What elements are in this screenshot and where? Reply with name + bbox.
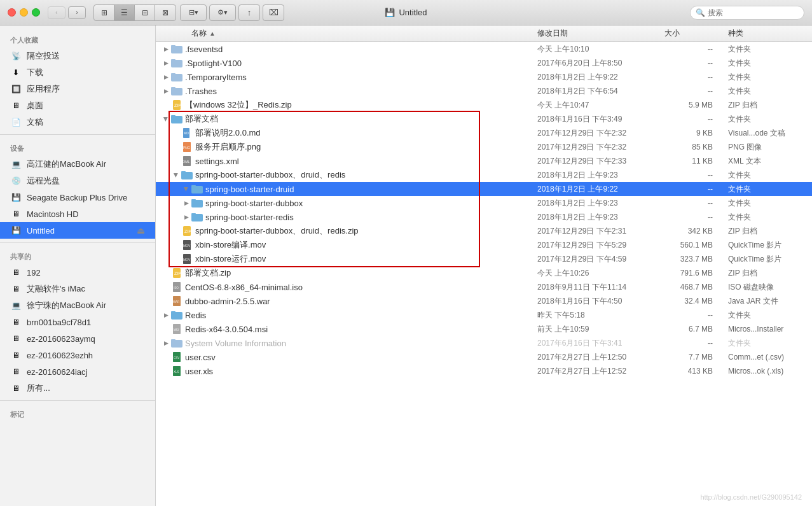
sidebar-item-all[interactable]: 🖥 所有... bbox=[0, 380, 155, 397]
table-row[interactable]: ▶.Spotlight-V1002017年6月20日 上午8:50--文件夹 bbox=[156, 56, 812, 70]
svg-text:XML: XML bbox=[183, 160, 190, 164]
sidebar-divider-2 bbox=[0, 242, 155, 243]
sidebar-item-ez2[interactable]: 🖥 ez-20160623ezhh bbox=[0, 347, 155, 363]
col-date-header[interactable]: 修改日期 bbox=[532, 28, 659, 39]
forward-button[interactable]: › bbox=[68, 6, 86, 19]
expand-button[interactable]: ▶ bbox=[161, 44, 171, 54]
file-type-icon: XLS bbox=[171, 365, 182, 377]
sidebar-item-airdrop[interactable]: 📡 隔空投送 bbox=[0, 48, 155, 64]
table-row[interactable]: ▶spring-boot-starter-druid2018年1月2日 上午9:… bbox=[156, 182, 812, 196]
svg-rect-25 bbox=[191, 213, 196, 215]
table-row[interactable]: ZIP部署文档.zip今天 上午10:26791.6 MBZIP 归档 bbox=[156, 266, 812, 280]
applications-icon: 🔲 bbox=[10, 83, 22, 95]
minimize-button[interactable] bbox=[20, 8, 28, 17]
sidebar-item-macintosh[interactable]: 🖥 Macintosh HD bbox=[0, 206, 155, 222]
file-type-icon: WAR bbox=[171, 295, 182, 307]
sidebar-item-ez3[interactable]: 🖥 ez-20160624iacj bbox=[0, 363, 155, 380]
sidebar-item-seagate[interactable]: 💾 Seagate Backup Plus Drive bbox=[0, 189, 155, 206]
expand-button[interactable]: ▶ bbox=[161, 86, 171, 96]
expand-button[interactable]: ▶ bbox=[161, 72, 171, 82]
eject-icon[interactable]: ⏏ bbox=[137, 225, 145, 235]
sidebar-item-untitled[interactable]: 💾 Untitled ⏏ bbox=[0, 222, 155, 239]
file-type-icon bbox=[171, 113, 182, 125]
sidebar-item-aifusion[interactable]: 🖥 艾融软件's iMac bbox=[0, 281, 155, 297]
view-toggle-group: ⊞ ☰ ⊟ ⊠ bbox=[93, 4, 176, 21]
share-button[interactable]: ↑ bbox=[239, 5, 259, 20]
sidebar-item-macbook[interactable]: 💻 高江健的MacBook Air bbox=[0, 156, 155, 172]
table-row[interactable]: MOVxbin-store编译.mov2017年12月29日 下午5:29560… bbox=[156, 238, 812, 252]
expand-button[interactable]: ▶ bbox=[181, 198, 191, 208]
maximize-button[interactable] bbox=[32, 8, 40, 17]
sidebar-item-xuzhu[interactable]: 💻 徐宁珠的MacBook Air bbox=[0, 297, 155, 314]
back-button[interactable]: ‹ bbox=[48, 6, 65, 19]
sidebar-item-brn001[interactable]: 🖥 brn001ba9cf78d1 bbox=[0, 314, 155, 330]
expand-button[interactable]: ▶ bbox=[181, 212, 191, 222]
sidebar-divider-1 bbox=[0, 134, 155, 135]
sidebar-item-documents[interactable]: 📄 文稿 bbox=[0, 114, 155, 130]
table-row[interactable]: MD部署说明2.0.0.md2017年12月29日 下午2:329 KBVisu… bbox=[156, 126, 812, 140]
sidebar-item-applications[interactable]: 🔲 应用程序 bbox=[0, 81, 155, 97]
sidebar-item-192[interactable]: 🖥 192 bbox=[0, 264, 155, 281]
sidebar-item-optical[interactable]: 💿 远程光盘 bbox=[0, 172, 155, 189]
documents-icon: 📄 bbox=[10, 116, 22, 128]
table-row[interactable]: ▶部署文档2018年1月16日 下午3:49--文件夹 bbox=[156, 112, 812, 126]
table-row[interactable]: ZIPspring-boot-starter-dubbox、druid、redi… bbox=[156, 224, 812, 238]
table-row[interactable]: PNG服务开启顺序.png2017年12月29日 下午2:3285 KBPNG … bbox=[156, 140, 812, 154]
expand-button[interactable]: ▶ bbox=[161, 338, 171, 348]
seagate-icon: 💾 bbox=[10, 192, 22, 203]
view-columns-button[interactable]: ⊟ bbox=[135, 5, 155, 20]
table-row[interactable]: ▶.TemporaryItems2018年1月2日 上午9:22--文件夹 bbox=[156, 70, 812, 84]
edit-button[interactable]: ⌧ bbox=[263, 5, 284, 20]
expand-button[interactable]: ▶ bbox=[161, 310, 171, 320]
table-row[interactable]: ▶.fseventsd今天 上午10:10--文件夹 bbox=[156, 42, 812, 56]
table-row[interactable]: XLSuser.xls2017年2月27日 上午12:52413 KBMicro… bbox=[156, 364, 812, 378]
search-input[interactable] bbox=[708, 8, 799, 17]
table-row[interactable]: XMLsettings.xml2017年12月29日 下午2:3311 KBXM… bbox=[156, 154, 812, 168]
close-button[interactable] bbox=[8, 8, 16, 17]
table-row[interactable]: WARdubbo-admin-2.5.5.war2018年1月16日 下午4:5… bbox=[156, 294, 812, 308]
arrange-button[interactable]: ⊟▾ bbox=[181, 5, 206, 20]
ez3-icon: 🖥 bbox=[10, 366, 22, 377]
col-size-header[interactable]: 大小 bbox=[659, 28, 723, 39]
expand-button[interactable]: ▶ bbox=[171, 170, 181, 180]
table-row[interactable]: ▶Redis昨天 下午5:18--文件夹 bbox=[156, 308, 812, 322]
search-icon: 🔍 bbox=[696, 8, 705, 17]
table-row[interactable]: ▶spring-boot-starter-dubbox2018年1月2日 上午9… bbox=[156, 196, 812, 210]
svg-text:ZIP: ZIP bbox=[174, 271, 181, 276]
action-button[interactable]: ⚙▾ bbox=[210, 5, 235, 20]
table-row[interactable]: ▶spring-boot-starter-dubbox、druid、redis2… bbox=[156, 168, 812, 182]
table-row[interactable]: ISOCentOS-6.8-x86_64-minimal.iso2018年9月1… bbox=[156, 280, 812, 294]
table-row[interactable]: ▶.Trashes2018年1月2日 下午6:54--文件夹 bbox=[156, 84, 812, 98]
expand-button bbox=[161, 296, 171, 306]
expand-button[interactable]: ▶ bbox=[161, 58, 171, 68]
table-row[interactable]: MSIRedis-x64-3.0.504.msi前天 上午10:596.7 MB… bbox=[156, 322, 812, 336]
search-box[interactable]: 🔍 bbox=[690, 6, 804, 20]
sidebar-item-ez1[interactable]: 🖥 ez-20160623aymq bbox=[0, 330, 155, 347]
file-type-icon: ZIP bbox=[171, 267, 182, 279]
table-row[interactable]: ZIP【windows 32位】_Redis.zip今天 上午10:475.9 … bbox=[156, 98, 812, 112]
expand-button[interactable]: ▶ bbox=[161, 114, 171, 124]
sidebar-devices-label: 设备 bbox=[0, 139, 155, 156]
column-headers: 名称 ▲ 修改日期 大小 种类 bbox=[156, 25, 812, 42]
col-name-label: 名称 bbox=[191, 28, 207, 39]
ez1-icon: 🖥 bbox=[10, 333, 22, 344]
table-row[interactable]: CSVuser.csv2017年2月27日 上午12:507.7 MBComm.… bbox=[156, 350, 812, 364]
sidebar-item-downloads[interactable]: ⬇ 下载 bbox=[0, 64, 155, 81]
view-list-button[interactable]: ☰ bbox=[114, 5, 135, 20]
table-row[interactable]: ▶System Volume Information2017年6月16日 下午3… bbox=[156, 336, 812, 350]
file-type-icon: PNG bbox=[181, 141, 193, 153]
table-row[interactable]: ▶spring-boot-starter-redis2018年1月2日 上午9:… bbox=[156, 210, 812, 224]
sidebar-item-desktop[interactable]: 🖥 桌面 bbox=[0, 97, 155, 114]
sidebar-label-ez1: ez-20160623aymq bbox=[27, 334, 95, 344]
view-cover-button[interactable]: ⊠ bbox=[155, 5, 175, 20]
sidebar-divider-3 bbox=[0, 400, 155, 401]
svg-rect-43 bbox=[171, 339, 175, 341]
file-type-icon: ISO bbox=[171, 281, 182, 293]
view-icon-button[interactable]: ⊞ bbox=[94, 5, 114, 20]
expand-button bbox=[171, 128, 181, 138]
table-row[interactable]: MOVxbin-store运行.mov2017年12月29日 下午4:59323… bbox=[156, 252, 812, 266]
col-kind-header[interactable]: 种类 bbox=[723, 28, 812, 39]
expand-button[interactable]: ▶ bbox=[181, 184, 191, 194]
svg-rect-3 bbox=[171, 59, 175, 61]
col-name-header[interactable]: 名称 ▲ bbox=[156, 28, 532, 39]
